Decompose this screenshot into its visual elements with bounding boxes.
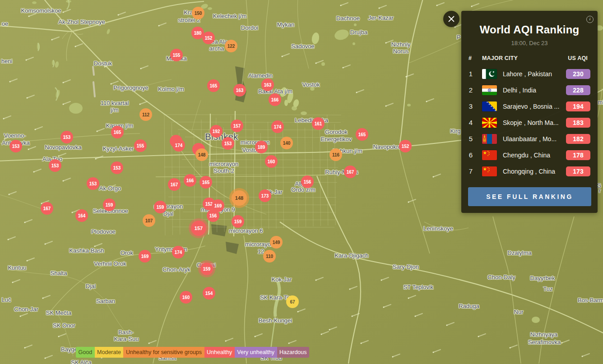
panel-title: World AQI Ranking: [461, 23, 598, 36]
aqi-value-badge: 230: [566, 69, 590, 79]
aqi-value-badge: 173: [566, 166, 590, 176]
city-name: Ulaanbaatar , Mo...: [503, 131, 557, 147]
aqi-marker[interactable]: 192: [210, 125, 223, 138]
aqi-marker[interactable]: 153: [111, 161, 123, 174]
ranking-row-2[interactable]: 2 Delhi , India228: [461, 82, 598, 98]
table-header: # MAJOR CITY US AQI: [461, 55, 598, 61]
city-name: Delhi , India: [503, 82, 536, 98]
aqi-marker[interactable]: 154: [203, 287, 215, 299]
aqi-value-badge: 183: [566, 118, 590, 128]
aqi-marker[interactable]: 174: [271, 120, 284, 133]
city-name: Sarajevo , Bosnia ...: [503, 98, 559, 115]
aqi-legend: GoodModerateUnhealthy for sensitive grou…: [76, 347, 309, 358]
aqi-marker[interactable]: 157: [231, 120, 243, 132]
china-flag-icon: [482, 150, 497, 160]
aqi-marker[interactable]: 159: [200, 263, 213, 275]
aqi-marker[interactable]: 67: [286, 295, 299, 308]
aqi-marker[interactable]: 165: [111, 126, 124, 138]
legend-item-hazardous: Hazardous: [277, 347, 309, 358]
aqi-marker[interactable]: 174: [172, 246, 185, 258]
aqi-value-badge: 194: [566, 101, 590, 111]
rank-number: 4: [468, 115, 474, 131]
china-flag-icon: [482, 166, 497, 176]
pakistan-flag-icon: [482, 69, 497, 79]
north-macedonia-flag-icon: [482, 118, 497, 128]
aqi-marker[interactable]: 163: [233, 84, 246, 97]
rank-number: 5: [468, 131, 474, 147]
ranking-row-5[interactable]: 5 Ulaanbaatar , Mo...182: [461, 131, 598, 147]
aqi-marker[interactable]: 174: [172, 139, 185, 152]
ranking-row-6[interactable]: 6 Chengdu , China178: [461, 147, 598, 163]
aqi-marker[interactable]: 165: [199, 176, 212, 189]
aqi-marker[interactable]: 167: [41, 202, 53, 215]
aqi-marker[interactable]: 160: [180, 291, 192, 304]
aqi-marker[interactable]: 153: [9, 140, 22, 152]
rank-number: 1: [468, 66, 474, 82]
aqi-marker[interactable]: 148: [232, 190, 247, 206]
aqi-value-badge: 178: [566, 150, 590, 160]
aqi-marker[interactable]: 149: [270, 236, 283, 249]
ranking-row-7[interactable]: 7 Chongqing , China173: [461, 163, 598, 180]
city-name: Chengdu , China: [503, 147, 550, 163]
mongolia-flag-icon: [482, 134, 497, 144]
city-name: Lahore , Pakistan: [503, 66, 552, 82]
aqi-marker[interactable]: 167: [344, 166, 357, 178]
aqi-marker[interactable]: 173: [259, 189, 271, 202]
aqi-marker[interactable]: 166: [269, 93, 281, 106]
aqi-marker[interactable]: 166: [184, 174, 196, 187]
aqi-marker[interactable]: 155: [170, 49, 183, 61]
aqi-marker[interactable]: 163: [261, 78, 274, 91]
column-city: MAJOR CITY: [482, 55, 518, 61]
aqi-value-badge: 228: [566, 85, 590, 95]
aqi-marker[interactable]: 152: [399, 140, 412, 152]
aqi-marker[interactable]: 159: [154, 201, 167, 213]
aqi-marker[interactable]: 189: [255, 141, 268, 153]
ranking-row-1[interactable]: 1 Lahore , Pakistan230: [461, 66, 598, 82]
aqi-marker[interactable]: 153: [49, 159, 61, 172]
close-panel-button[interactable]: [443, 11, 459, 27]
aqi-marker[interactable]: 169: [139, 250, 151, 263]
aqi-marker[interactable]: 156: [207, 209, 219, 222]
aqi-marker[interactable]: 112: [139, 108, 152, 121]
legend-item-very-unhealthy: Very unhealthy: [235, 347, 277, 358]
aqi-marker[interactable]: 167: [168, 178, 181, 191]
aqi-marker[interactable]: 161: [312, 117, 325, 130]
rank-number: 3: [468, 98, 474, 115]
aqi-marker[interactable]: 153: [222, 137, 234, 150]
aqi-marker[interactable]: 165: [207, 79, 220, 92]
aqi-value-badge: 182: [566, 134, 590, 144]
aqi-marker[interactable]: 165: [356, 128, 368, 141]
ranking-row-4[interactable]: 4 Skopje , North Ma...183: [461, 115, 598, 131]
aqi-marker[interactable]: 156: [301, 175, 314, 188]
aqi-marker[interactable]: 152: [202, 32, 215, 44]
column-aqi: US AQI: [568, 55, 588, 61]
aqi-marker[interactable]: 159: [232, 215, 244, 228]
aqi-marker[interactable]: 153: [87, 177, 99, 190]
aqi-marker[interactable]: 140: [280, 137, 293, 149]
world-aqi-ranking-panel: i World AQI Ranking 18:00, Dec 23 # MAJO…: [461, 11, 598, 213]
aqi-marker[interactable]: 160: [265, 155, 278, 168]
legend-item-moderate: Moderate: [95, 347, 124, 358]
aqi-marker[interactable]: 155: [134, 139, 147, 152]
bosnia-flag-icon: [482, 101, 497, 111]
aqi-marker[interactable]: 159: [103, 198, 116, 211]
info-icon[interactable]: i: [586, 16, 594, 23]
aqi-marker[interactable]: 157: [191, 221, 206, 236]
city-name: Chongqing , China: [503, 163, 555, 180]
aqi-marker[interactable]: 153: [60, 131, 73, 143]
aqi-marker[interactable]: 164: [75, 209, 88, 222]
aqi-marker[interactable]: 122: [225, 40, 237, 52]
panel-timestamp: 18:00, Dec 23: [461, 40, 598, 46]
rank-number: 6: [468, 147, 474, 163]
aqi-marker[interactable]: 107: [143, 214, 155, 227]
column-rank: #: [468, 55, 472, 61]
see-full-ranking-button[interactable]: SEE FULL RANKING: [468, 187, 591, 206]
legend-item-good: Good: [76, 347, 95, 358]
aqi-marker[interactable]: 110: [263, 250, 276, 263]
aqi-marker[interactable]: 150: [192, 7, 204, 19]
ranking-row-3[interactable]: 3 Sarajevo , Bosnia ...194: [461, 98, 598, 115]
aqi-marker[interactable]: 148: [195, 148, 208, 161]
india-flag-icon: [482, 85, 497, 95]
legend-item-unhealthy-for-sensitive-groups: Unhealthy for sensitive groups: [123, 347, 204, 358]
aqi-marker[interactable]: 116: [329, 148, 342, 161]
